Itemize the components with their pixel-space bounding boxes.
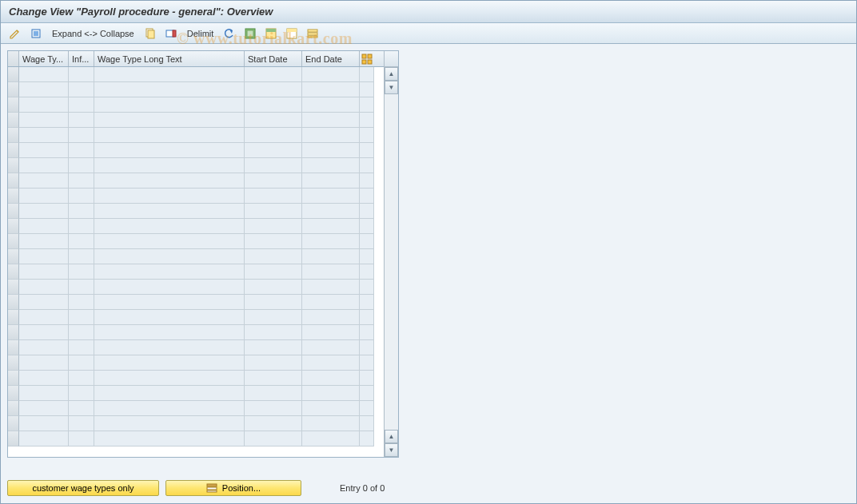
select-all-icon[interactable] — [241, 26, 260, 42]
table-cell[interactable] — [94, 416, 245, 431]
table-cell[interactable] — [69, 416, 94, 431]
table-cell[interactable] — [94, 340, 245, 355]
row-selector[interactable] — [8, 295, 19, 310]
table-cell[interactable] — [245, 355, 302, 371]
table-cell[interactable] — [94, 82, 245, 97]
table-cell[interactable] — [94, 249, 245, 264]
table-cell[interactable] — [94, 113, 245, 128]
table-config-icon[interactable] — [360, 51, 374, 66]
col-inf[interactable]: Inf... — [69, 51, 94, 66]
col-start-date[interactable]: Start Date — [245, 51, 302, 66]
table-cell[interactable] — [360, 219, 374, 234]
table-cell[interactable] — [94, 97, 245, 113]
table-cell[interactable] — [245, 234, 302, 249]
table-cell[interactable] — [19, 143, 69, 158]
table-cell[interactable] — [19, 280, 69, 295]
undo-icon[interactable] — [220, 26, 239, 42]
table-cell[interactable] — [302, 82, 360, 97]
table-cell[interactable] — [302, 249, 360, 264]
row-selector[interactable] — [8, 234, 19, 249]
table-cell[interactable] — [69, 97, 94, 113]
delete-icon[interactable] — [161, 26, 181, 42]
table-cell[interactable] — [19, 386, 69, 401]
table-cell[interactable] — [360, 97, 374, 113]
table-cell[interactable] — [302, 219, 360, 234]
table-cell[interactable] — [19, 97, 69, 113]
table-cell[interactable] — [245, 67, 302, 82]
table-cell[interactable] — [245, 371, 302, 386]
table-cell[interactable] — [360, 340, 374, 355]
table-cell[interactable] — [302, 234, 360, 249]
row-selector[interactable] — [8, 280, 19, 295]
table-cell[interactable] — [245, 128, 302, 143]
table-cell[interactable] — [245, 340, 302, 355]
select-block-icon[interactable] — [261, 26, 281, 42]
table-cell[interactable] — [69, 355, 94, 371]
table-cell[interactable] — [69, 158, 94, 173]
table-cell[interactable] — [19, 401, 69, 416]
row-selector[interactable] — [8, 143, 19, 158]
table-cell[interactable] — [94, 264, 245, 280]
table-cell[interactable] — [19, 310, 69, 325]
row-selector[interactable] — [8, 158, 19, 173]
table-cell[interactable] — [245, 158, 302, 173]
table-cell[interactable] — [69, 371, 94, 386]
row-selector[interactable] — [8, 340, 19, 355]
table-cell[interactable] — [19, 264, 69, 280]
table-cell[interactable] — [360, 431, 374, 446]
table-cell[interactable] — [360, 204, 374, 219]
table-cell[interactable] — [360, 234, 374, 249]
table-cell[interactable] — [360, 295, 374, 310]
table-cell[interactable] — [69, 431, 94, 446]
table-cell[interactable] — [69, 189, 94, 204]
table-cell[interactable] — [94, 173, 245, 189]
table-cell[interactable] — [302, 158, 360, 173]
expand-collapse-button[interactable]: Expand <-> Collapse — [47, 29, 139, 38]
scroll-down2-icon[interactable]: ▼ — [385, 443, 398, 457]
table-cell[interactable] — [302, 173, 360, 189]
table-cell[interactable] — [245, 219, 302, 234]
row-selector[interactable] — [8, 386, 19, 401]
table-cell[interactable] — [69, 204, 94, 219]
row-select-all[interactable] — [8, 51, 19, 66]
copy-icon[interactable] — [141, 26, 160, 42]
table-cell[interactable] — [360, 189, 374, 204]
table-cell[interactable] — [69, 128, 94, 143]
table-cell[interactable] — [69, 143, 94, 158]
table-cell[interactable] — [19, 249, 69, 264]
table-cell[interactable] — [69, 401, 94, 416]
table-cell[interactable] — [94, 401, 245, 416]
table-cell[interactable] — [360, 67, 374, 82]
table-cell[interactable] — [245, 264, 302, 280]
table-cell[interactable] — [302, 340, 360, 355]
table-cell[interactable] — [19, 340, 69, 355]
table-cell[interactable] — [94, 128, 245, 143]
row-selector[interactable] — [8, 67, 19, 82]
row-selector[interactable] — [8, 416, 19, 431]
table-cell[interactable] — [19, 67, 69, 82]
table-cell[interactable] — [245, 295, 302, 310]
table-cell[interactable] — [94, 295, 245, 310]
table-cell[interactable] — [69, 113, 94, 128]
table-cell[interactable] — [302, 295, 360, 310]
table-cell[interactable] — [360, 143, 374, 158]
table-cell[interactable] — [19, 204, 69, 219]
row-selector[interactable] — [8, 264, 19, 280]
table-cell[interactable] — [302, 204, 360, 219]
table-cell[interactable] — [245, 325, 302, 340]
table-cell[interactable] — [245, 280, 302, 295]
table-cell[interactable] — [360, 310, 374, 325]
table-cell[interactable] — [19, 371, 69, 386]
table-cell[interactable] — [302, 143, 360, 158]
row-selector[interactable] — [8, 401, 19, 416]
scroll-down-icon[interactable]: ▼ — [385, 81, 398, 94]
table-cell[interactable] — [69, 67, 94, 82]
table-cell[interactable] — [360, 173, 374, 189]
table-cell[interactable] — [360, 264, 374, 280]
table-cell[interactable] — [360, 158, 374, 173]
table-cell[interactable] — [302, 325, 360, 340]
row-selector[interactable] — [8, 189, 19, 204]
table-cell[interactable] — [94, 158, 245, 173]
table-cell[interactable] — [245, 386, 302, 401]
row-selector[interactable] — [8, 371, 19, 386]
